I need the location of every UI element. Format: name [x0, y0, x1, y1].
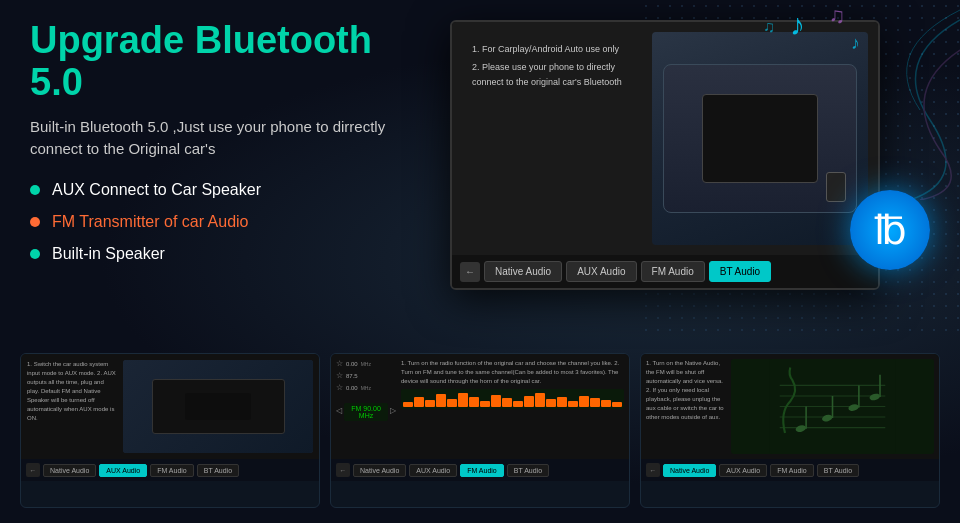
aux-native-btn[interactable]: Native Audio	[43, 464, 96, 477]
device-controls: ← Native Audio AUX Audio FM Audio BT Aud…	[452, 255, 878, 288]
wbar-5	[447, 399, 457, 407]
fm-frequencies-panel: ☆ 0.00 MHz ☆ 87.5 ☆ 0.00 MHz ◁ FM 90.00 …	[336, 359, 396, 454]
device-back-button[interactable]: ←	[460, 262, 480, 282]
music-note-1: ♪	[790, 8, 805, 42]
car-interior-sim	[652, 32, 868, 245]
native-fm-btn[interactable]: FM Audio	[770, 464, 814, 477]
fm-prev-icon[interactable]: ◁	[336, 406, 342, 415]
aux-card-controls: ← Native Audio AUX Audio FM Audio BT Aud…	[21, 459, 319, 481]
feature-speaker-text: Built-in Speaker	[52, 245, 165, 263]
aux-bt-btn[interactable]: BT Audio	[197, 464, 239, 477]
wbar-18	[590, 398, 600, 407]
aux-card: 1. Switch the car audio system input mod…	[20, 353, 320, 508]
native-aux-btn[interactable]: AUX Audio	[719, 464, 767, 477]
subtitle-text: Built-in Bluetooth 5.0 ,Just use your ph…	[30, 116, 430, 161]
wbar-7	[469, 397, 479, 407]
bullet-aux	[30, 185, 40, 195]
native-native-btn[interactable]: Native Audio	[663, 464, 716, 477]
device-bt-audio-btn[interactable]: BT Audio	[709, 261, 771, 282]
music-note-2: ♫	[829, 3, 846, 29]
fm-description-text: 1. Turn on the radio function of the ori…	[401, 359, 624, 386]
fm-freq-2: 87.5	[346, 373, 358, 379]
fm-nav-controls: ◁ FM 90.00 MHz ▷	[336, 399, 396, 421]
wbar-19	[601, 400, 611, 407]
feature-fm-text: FM Transmitter of car Audio	[52, 213, 249, 231]
fm-freq-display: FM 90.00 MHz	[344, 403, 388, 421]
fm-fm-btn[interactable]: FM Audio	[460, 464, 504, 477]
native-card: 1. Turn on the Native Audio, the FM will…	[640, 353, 940, 508]
fm-star-2: ☆	[336, 371, 343, 380]
fm-aux-btn[interactable]: AUX Audio	[409, 464, 457, 477]
fm-freq-row-2: ☆ 87.5	[336, 371, 396, 380]
device-screen: 1. For Carplay/Android Auto use only 2. …	[452, 22, 878, 288]
aux-card-screen: 1. Switch the car audio system input mod…	[21, 354, 319, 459]
fm-card-controls: ← Native Audio AUX Audio FM Audio BT Aud…	[331, 459, 629, 481]
wbar-3	[425, 400, 435, 407]
wbar-1	[403, 402, 413, 407]
fm-card: ☆ 0.00 MHz ☆ 87.5 ☆ 0.00 MHz ◁ FM 90.00 …	[330, 353, 630, 508]
wbar-12	[524, 396, 534, 407]
fm-bt-btn[interactable]: BT Audio	[507, 464, 549, 477]
bullet-fm	[30, 217, 40, 227]
fm-waveform	[401, 389, 624, 409]
fm-next-icon[interactable]: ▷	[390, 406, 396, 415]
wbar-8	[480, 401, 490, 407]
device-content: 1. For Carplay/Android Auto use only 2. …	[452, 22, 878, 255]
car-dashboard	[663, 64, 857, 213]
feature-aux-text: AUX Connect to Car Speaker	[52, 181, 261, 199]
wbar-9	[491, 395, 501, 407]
wbar-10	[502, 398, 512, 407]
aux-card-image	[123, 360, 313, 453]
bluetooth-circle: ℔	[850, 190, 930, 270]
wbar-14	[546, 399, 556, 407]
native-card-screen: 1. Turn on the Native Audio, the FM will…	[641, 354, 939, 459]
fm-star-3: ☆	[336, 383, 343, 392]
bullet-speaker	[30, 249, 40, 259]
wbar-15	[557, 397, 567, 407]
native-card-back-button[interactable]: ←	[646, 463, 660, 477]
wbar-13	[535, 393, 545, 407]
aux-card-back-button[interactable]: ←	[26, 463, 40, 477]
device-text-line1: 1. For Carplay/Android Auto use only	[472, 42, 632, 56]
car-screen-inner	[702, 94, 817, 182]
fm-right-panel: 1. Turn on the radio function of the ori…	[401, 359, 624, 454]
fm-freq-row-3: ☆ 0.00 MHz	[336, 383, 396, 392]
waveform-bars	[401, 389, 624, 409]
device-native-audio-btn[interactable]: Native Audio	[484, 261, 562, 282]
native-bt-btn[interactable]: BT Audio	[817, 464, 859, 477]
wbar-2	[414, 397, 424, 407]
feature-speaker: Built-in Speaker	[30, 245, 430, 263]
fm-freq-1: 0.00	[346, 361, 358, 367]
aux-aux-btn[interactable]: AUX Audio	[99, 464, 147, 477]
wbar-11	[513, 401, 523, 407]
native-music-panel	[731, 359, 934, 454]
music-note-3: ♪	[851, 33, 860, 54]
main-title: Upgrade Bluetooth 5.0	[30, 20, 430, 104]
left-content-panel: Upgrade Bluetooth 5.0 Built-in Bluetooth…	[30, 20, 430, 277]
wbar-16	[568, 401, 578, 407]
wbar-17	[579, 396, 589, 407]
bottom-cards-container: 1. Switch the car audio system input mod…	[20, 353, 940, 508]
fm-card-back-button[interactable]: ←	[336, 463, 350, 477]
native-card-controls: ← Native Audio AUX Audio FM Audio BT Aud…	[641, 459, 939, 481]
features-list: AUX Connect to Car Speaker FM Transmitte…	[30, 181, 430, 263]
wbar-6	[458, 393, 468, 407]
main-device: 1. For Carplay/Android Auto use only 2. …	[450, 20, 880, 290]
device-aux-audio-btn[interactable]: AUX Audio	[566, 261, 636, 282]
fm-freq-3: 0.00	[346, 385, 358, 391]
device-text-line3: connect to the original car's Bluetooth	[472, 75, 632, 89]
device-image-panel	[652, 32, 868, 245]
aux-fm-btn[interactable]: FM Audio	[150, 464, 194, 477]
native-description-text: 1. Turn on the Native Audio, the FM will…	[646, 359, 726, 454]
feature-aux: AUX Connect to Car Speaker	[30, 181, 430, 199]
device-fm-audio-btn[interactable]: FM Audio	[641, 261, 705, 282]
fm-native-btn[interactable]: Native Audio	[353, 464, 406, 477]
native-music-svg	[731, 359, 934, 454]
wbar-4	[436, 394, 446, 407]
wbar-20	[612, 402, 622, 407]
device-text-panel: 1. For Carplay/Android Auto use only 2. …	[462, 32, 642, 245]
phone-indicator	[826, 172, 846, 202]
music-note-4: ♫	[763, 18, 775, 36]
fm-freq-row-1: ☆ 0.00 MHz	[336, 359, 396, 368]
fm-card-screen: ☆ 0.00 MHz ☆ 87.5 ☆ 0.00 MHz ◁ FM 90.00 …	[331, 354, 629, 459]
